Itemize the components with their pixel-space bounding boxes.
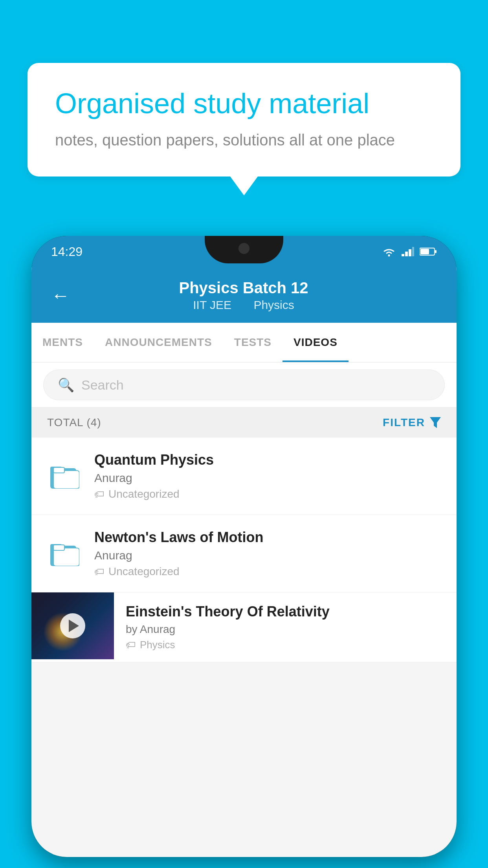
svg-rect-16 xyxy=(53,545,64,550)
item-tag-2: 🏷 Uncategorized xyxy=(94,565,441,578)
svg-rect-12 xyxy=(53,467,64,473)
status-icons xyxy=(382,246,437,257)
search-bar[interactable]: 🔍 Search xyxy=(43,370,445,400)
tab-videos[interactable]: VIDEOS xyxy=(283,323,349,362)
thumb-tag: 🏷 Physics xyxy=(126,639,445,651)
phone-frame: 14:29 xyxy=(31,236,457,857)
back-button[interactable]: ← xyxy=(51,285,70,306)
folder-icon-1 xyxy=(50,463,79,489)
header-subtitle-part1: IIT JEE xyxy=(193,298,231,311)
bubble-subtitle: notes, question papers, solutions all at… xyxy=(55,131,433,149)
folder-icon-2 xyxy=(50,541,79,566)
item-details-2: Newton's Laws of Motion Anurag 🏷 Uncateg… xyxy=(94,529,441,578)
svg-rect-1 xyxy=(402,254,404,256)
signal-icon xyxy=(402,247,414,256)
item-title-1: Quantum Physics xyxy=(94,452,441,468)
tag-label-3: Physics xyxy=(140,639,175,651)
item-tag-1: 🏷 Uncategorized xyxy=(94,488,441,500)
svg-point-0 xyxy=(388,255,390,257)
play-triangle xyxy=(69,620,79,632)
svg-rect-7 xyxy=(435,250,437,253)
header-title-block: Physics Batch 12 IIT JEE Physics xyxy=(82,279,405,312)
item-icon-1 xyxy=(47,463,83,489)
tag-label-2: Uncategorized xyxy=(108,565,180,578)
phone-screen: ← Physics Batch 12 IIT JEE Physics MENTS… xyxy=(31,267,457,857)
list-item[interactable]: Quantum Physics Anurag 🏷 Uncategorized xyxy=(31,438,457,515)
wifi-icon xyxy=(382,246,396,257)
tab-tests[interactable]: TESTS xyxy=(223,323,283,362)
item-author-2: Anurag xyxy=(94,549,441,562)
filter-icon xyxy=(430,417,441,428)
svg-rect-4 xyxy=(412,247,414,256)
filter-label: FILTER xyxy=(383,416,425,429)
list-item-3[interactable]: Einstein's Theory Of Relativity by Anura… xyxy=(31,592,457,662)
app-header: ← Physics Batch 12 IIT JEE Physics xyxy=(31,267,457,323)
list-item-2[interactable]: Newton's Laws of Motion Anurag 🏷 Uncateg… xyxy=(31,515,457,592)
total-count: TOTAL (4) xyxy=(47,416,101,429)
svg-rect-2 xyxy=(405,252,408,256)
search-container: 🔍 Search xyxy=(31,362,457,408)
bubble-title: Organised study material xyxy=(55,86,433,120)
battery-icon xyxy=(420,247,437,256)
thumb-title: Einstein's Theory Of Relativity xyxy=(126,603,445,620)
item-author-1: Anurag xyxy=(94,471,441,485)
search-input[interactable]: Search xyxy=(81,377,124,393)
item-details-1: Quantum Physics Anurag 🏷 Uncategorized xyxy=(94,452,441,500)
filter-bar: TOTAL (4) FILTER xyxy=(31,408,457,438)
tag-icon-1: 🏷 xyxy=(94,488,105,500)
svg-rect-6 xyxy=(420,249,429,254)
status-time: 14:29 xyxy=(51,245,83,259)
tag-icon-2: 🏷 xyxy=(94,566,105,578)
play-button[interactable] xyxy=(60,613,85,638)
video-thumbnail xyxy=(31,592,114,659)
speech-bubble: Organised study material notes, question… xyxy=(28,63,460,177)
status-bar: 14:29 xyxy=(31,236,457,267)
thumb-author: by Anurag xyxy=(126,623,445,636)
svg-marker-8 xyxy=(430,417,441,428)
header-subtitle: IIT JEE Physics xyxy=(82,298,405,312)
tab-announcements[interactable]: ANNOUNCEMENTS xyxy=(94,323,223,362)
list-container: Quantum Physics Anurag 🏷 Uncategorized xyxy=(31,438,457,662)
svg-rect-3 xyxy=(409,249,411,256)
item-icon-2 xyxy=(47,541,83,566)
tag-icon-3: 🏷 xyxy=(126,639,136,651)
header-subtitle-part2: Physics xyxy=(253,298,294,311)
item-title-2: Newton's Laws of Motion xyxy=(94,529,441,546)
filter-button[interactable]: FILTER xyxy=(383,416,441,429)
thumb-details: Einstein's Theory Of Relativity by Anura… xyxy=(114,592,457,662)
tag-label-1: Uncategorized xyxy=(108,488,180,500)
camera-notch xyxy=(238,243,250,254)
header-title: Physics Batch 12 xyxy=(82,279,405,297)
tab-ments[interactable]: MENTS xyxy=(31,323,94,362)
tabs-bar: MENTS ANNOUNCEMENTS TESTS VIDEOS xyxy=(31,323,457,362)
search-icon: 🔍 xyxy=(58,377,74,393)
